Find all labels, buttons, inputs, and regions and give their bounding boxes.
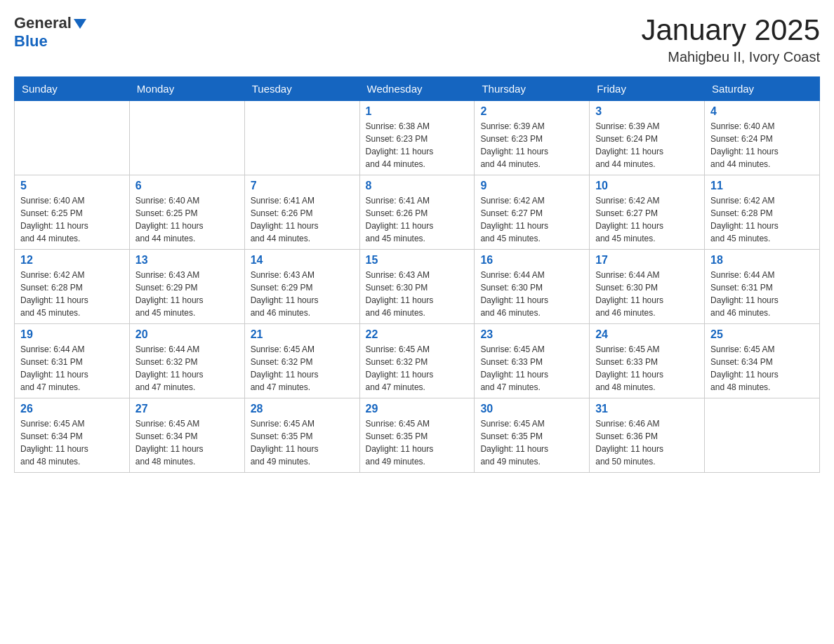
- day-number: 5: [20, 180, 124, 192]
- calendar-header-row: SundayMondayTuesdayWednesdayThursdayFrid…: [15, 77, 820, 101]
- calendar-cell: 14Sunrise: 6:43 AM Sunset: 6:29 PM Dayli…: [244, 250, 359, 324]
- day-info: Sunrise: 6:39 AM Sunset: 6:24 PM Dayligh…: [595, 120, 699, 170]
- calendar-cell: 12Sunrise: 6:42 AM Sunset: 6:28 PM Dayli…: [15, 250, 130, 324]
- day-number: 25: [710, 328, 814, 341]
- day-info: Sunrise: 6:45 AM Sunset: 6:33 PM Dayligh…: [595, 343, 699, 394]
- day-number: 22: [366, 328, 469, 341]
- day-header-wednesday: Wednesday: [359, 77, 475, 101]
- calendar-cell: 9Sunrise: 6:42 AM Sunset: 6:27 PM Daylig…: [475, 175, 590, 250]
- day-info: Sunrise: 6:45 AM Sunset: 6:34 PM Dayligh…: [135, 417, 239, 468]
- day-number: 2: [480, 105, 583, 118]
- day-info: Sunrise: 6:45 AM Sunset: 6:35 PM Dayligh…: [480, 417, 583, 468]
- calendar-cell: 1Sunrise: 6:38 AM Sunset: 6:23 PM Daylig…: [359, 101, 475, 175]
- day-number: 29: [366, 403, 469, 415]
- calendar-cell: [244, 101, 359, 175]
- calendar-cell: 22Sunrise: 6:45 AM Sunset: 6:32 PM Dayli…: [359, 324, 475, 398]
- day-info: Sunrise: 6:45 AM Sunset: 6:32 PM Dayligh…: [251, 343, 354, 394]
- calendar-cell: 8Sunrise: 6:41 AM Sunset: 6:26 PM Daylig…: [359, 175, 475, 250]
- day-number: 12: [20, 254, 124, 267]
- day-info: Sunrise: 6:40 AM Sunset: 6:25 PM Dayligh…: [135, 194, 239, 245]
- day-number: 13: [135, 254, 239, 267]
- day-info: Sunrise: 6:44 AM Sunset: 6:30 PM Dayligh…: [595, 269, 699, 319]
- day-info: Sunrise: 6:42 AM Sunset: 6:27 PM Dayligh…: [595, 194, 699, 245]
- day-header-saturday: Saturday: [705, 77, 820, 101]
- day-info: Sunrise: 6:45 AM Sunset: 6:35 PM Dayligh…: [251, 417, 354, 468]
- day-number: 31: [595, 403, 699, 415]
- day-info: Sunrise: 6:44 AM Sunset: 6:32 PM Dayligh…: [135, 343, 239, 394]
- calendar-cell: 26Sunrise: 6:45 AM Sunset: 6:34 PM Dayli…: [15, 398, 130, 473]
- calendar-cell: 2Sunrise: 6:39 AM Sunset: 6:23 PM Daylig…: [475, 101, 590, 175]
- calendar-cell: 23Sunrise: 6:45 AM Sunset: 6:33 PM Dayli…: [475, 324, 590, 398]
- calendar-cell: 7Sunrise: 6:41 AM Sunset: 6:26 PM Daylig…: [244, 175, 359, 250]
- calendar-cell: 17Sunrise: 6:44 AM Sunset: 6:30 PM Dayli…: [590, 250, 705, 324]
- day-info: Sunrise: 6:45 AM Sunset: 6:32 PM Dayligh…: [366, 343, 469, 394]
- calendar-cell: 15Sunrise: 6:43 AM Sunset: 6:30 PM Dayli…: [359, 250, 475, 324]
- day-number: 16: [480, 254, 583, 267]
- calendar-title: January 2025: [641, 14, 820, 46]
- calendar-table: SundayMondayTuesdayWednesdayThursdayFrid…: [14, 76, 820, 473]
- calendar-cell: 29Sunrise: 6:45 AM Sunset: 6:35 PM Dayli…: [359, 398, 475, 473]
- day-header-thursday: Thursday: [475, 77, 590, 101]
- day-number: 7: [251, 180, 354, 192]
- day-number: 6: [135, 180, 239, 192]
- day-info: Sunrise: 6:40 AM Sunset: 6:25 PM Dayligh…: [20, 194, 124, 245]
- logo-general-text: General: [14, 14, 72, 32]
- day-info: Sunrise: 6:42 AM Sunset: 6:28 PM Dayligh…: [20, 269, 124, 319]
- day-info: Sunrise: 6:40 AM Sunset: 6:24 PM Dayligh…: [710, 120, 814, 170]
- day-info: Sunrise: 6:43 AM Sunset: 6:29 PM Dayligh…: [135, 269, 239, 319]
- day-number: 28: [251, 403, 354, 415]
- day-info: Sunrise: 6:43 AM Sunset: 6:29 PM Dayligh…: [251, 269, 354, 319]
- calendar-cell: 4Sunrise: 6:40 AM Sunset: 6:24 PM Daylig…: [705, 101, 820, 175]
- title-block: January 2025 Mahigbeu II, Ivory Coast: [641, 14, 820, 65]
- calendar-week-row: 12Sunrise: 6:42 AM Sunset: 6:28 PM Dayli…: [15, 250, 820, 324]
- day-number: 1: [366, 105, 469, 118]
- day-info: Sunrise: 6:42 AM Sunset: 6:27 PM Dayligh…: [480, 194, 583, 245]
- day-info: Sunrise: 6:43 AM Sunset: 6:30 PM Dayligh…: [366, 269, 469, 319]
- day-info: Sunrise: 6:41 AM Sunset: 6:26 PM Dayligh…: [251, 194, 354, 245]
- day-info: Sunrise: 6:45 AM Sunset: 6:34 PM Dayligh…: [710, 343, 814, 394]
- day-info: Sunrise: 6:45 AM Sunset: 6:33 PM Dayligh…: [480, 343, 583, 394]
- day-header-tuesday: Tuesday: [244, 77, 359, 101]
- day-info: Sunrise: 6:44 AM Sunset: 6:30 PM Dayligh…: [480, 269, 583, 319]
- day-info: Sunrise: 6:38 AM Sunset: 6:23 PM Dayligh…: [366, 120, 469, 170]
- calendar-cell: 31Sunrise: 6:46 AM Sunset: 6:36 PM Dayli…: [590, 398, 705, 473]
- calendar-cell: 18Sunrise: 6:44 AM Sunset: 6:31 PM Dayli…: [705, 250, 820, 324]
- calendar-week-row: 5Sunrise: 6:40 AM Sunset: 6:25 PM Daylig…: [15, 175, 820, 250]
- calendar-week-row: 26Sunrise: 6:45 AM Sunset: 6:34 PM Dayli…: [15, 398, 820, 473]
- calendar-cell: [15, 101, 130, 175]
- page-header: General Blue January 2025 Mahigbeu II, I…: [14, 14, 820, 65]
- day-info: Sunrise: 6:45 AM Sunset: 6:35 PM Dayligh…: [366, 417, 469, 468]
- day-number: 14: [251, 254, 354, 267]
- day-info: Sunrise: 6:39 AM Sunset: 6:23 PM Dayligh…: [480, 120, 583, 170]
- day-number: 26: [20, 403, 124, 415]
- calendar-cell: 11Sunrise: 6:42 AM Sunset: 6:28 PM Dayli…: [705, 175, 820, 250]
- day-info: Sunrise: 6:46 AM Sunset: 6:36 PM Dayligh…: [595, 417, 699, 468]
- day-number: 20: [135, 328, 239, 341]
- calendar-cell: 3Sunrise: 6:39 AM Sunset: 6:24 PM Daylig…: [590, 101, 705, 175]
- calendar-cell: 30Sunrise: 6:45 AM Sunset: 6:35 PM Dayli…: [475, 398, 590, 473]
- day-number: 21: [251, 328, 354, 341]
- day-number: 19: [20, 328, 124, 341]
- day-number: 10: [595, 180, 699, 192]
- day-header-friday: Friday: [590, 77, 705, 101]
- calendar-week-row: 19Sunrise: 6:44 AM Sunset: 6:31 PM Dayli…: [15, 324, 820, 398]
- day-info: Sunrise: 6:45 AM Sunset: 6:34 PM Dayligh…: [20, 417, 124, 468]
- calendar-week-row: 1Sunrise: 6:38 AM Sunset: 6:23 PM Daylig…: [15, 101, 820, 175]
- day-number: 24: [595, 328, 699, 341]
- calendar-cell: 27Sunrise: 6:45 AM Sunset: 6:34 PM Dayli…: [129, 398, 244, 473]
- calendar-cell: 20Sunrise: 6:44 AM Sunset: 6:32 PM Dayli…: [129, 324, 244, 398]
- calendar-cell: 25Sunrise: 6:45 AM Sunset: 6:34 PM Dayli…: [705, 324, 820, 398]
- day-number: 4: [710, 105, 814, 118]
- calendar-subtitle: Mahigbeu II, Ivory Coast: [641, 49, 820, 65]
- calendar-cell: 24Sunrise: 6:45 AM Sunset: 6:33 PM Dayli…: [590, 324, 705, 398]
- calendar-cell: [129, 101, 244, 175]
- day-number: 15: [366, 254, 469, 267]
- day-number: 27: [135, 403, 239, 415]
- logo: General Blue: [14, 14, 86, 51]
- day-number: 9: [480, 180, 583, 192]
- day-number: 30: [480, 403, 583, 415]
- logo-blue-text: Blue: [14, 32, 48, 51]
- day-header-monday: Monday: [129, 77, 244, 101]
- day-number: 17: [595, 254, 699, 267]
- calendar-cell: [705, 398, 820, 473]
